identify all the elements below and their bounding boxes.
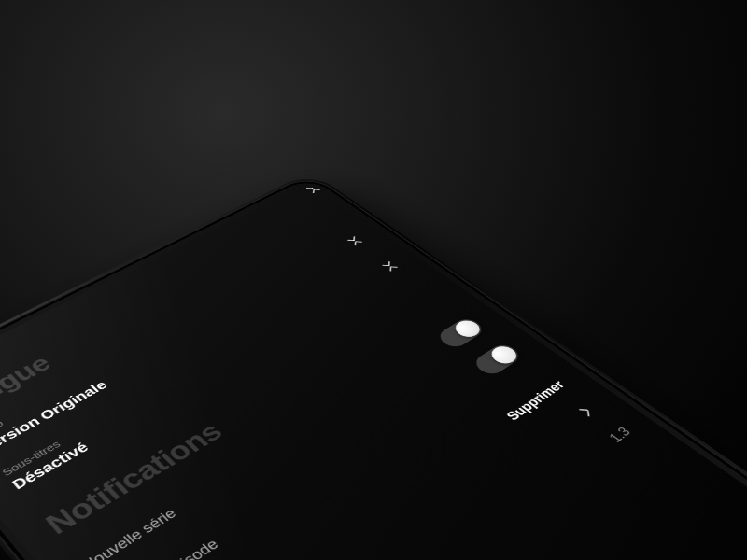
chevron-right-icon: [574, 400, 601, 420]
selector-icon[interactable]: [342, 235, 364, 249]
selector-icon[interactable]: [376, 259, 400, 274]
version-text: 1.3: [606, 425, 635, 445]
